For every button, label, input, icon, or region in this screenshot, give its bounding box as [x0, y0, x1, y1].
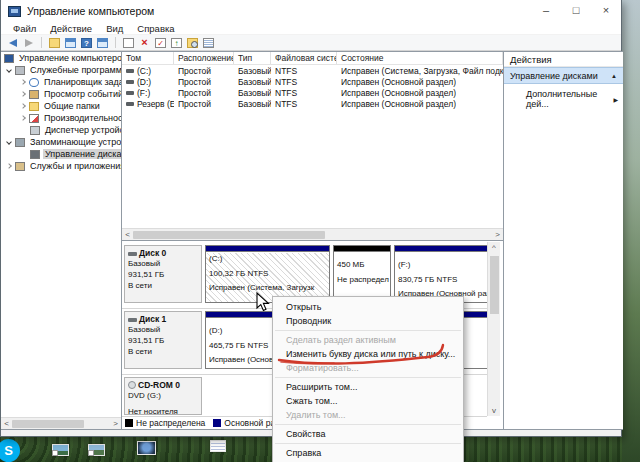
actions-more-label: Дополнительные дей... — [526, 89, 613, 109]
scroll-left-arrow[interactable]: < — [1, 419, 12, 428]
actions-group-disk-management[interactable]: Управление дисками ▲ — [504, 67, 623, 84]
menu-item-change-drive-letter[interactable]: Изменить букву диска или путь к диску... — [273, 347, 463, 361]
menu-item-explorer[interactable]: Проводник — [273, 314, 463, 328]
menu-item-extend-volume[interactable]: Расширить том... — [273, 380, 463, 394]
delete-icon[interactable]: × — [138, 36, 151, 49]
shortcut-arrow-icon — [88, 450, 94, 456]
partition-unallocated[interactable]: 450 МБ Не распредел — [333, 245, 391, 303]
desktop-shortcut-photo-icon[interactable] — [52, 444, 69, 456]
chevron-right-icon[interactable] — [6, 163, 12, 169]
tree-root[interactable]: Управление компьютером (л — [1, 52, 121, 64]
chevron-down-icon[interactable] — [6, 67, 12, 73]
scroll-down-arrow[interactable]: v — [488, 406, 500, 415]
window-shape — [97, 38, 108, 48]
col-filesystem[interactable]: Файловая система — [271, 52, 337, 64]
collapse-icon[interactable]: ▲ — [611, 73, 617, 79]
performance-icon — [29, 114, 39, 123]
tree-item-device-manager[interactable]: Диспетчер устройств — [1, 124, 121, 136]
details-view-icon[interactable] — [202, 36, 215, 49]
volume-row-d[interactable]: (D:) Простой Базовый NTFS Исправен (Осно… — [122, 76, 503, 87]
col-status[interactable]: Состояние — [337, 52, 503, 64]
callout-icon[interactable] — [122, 36, 135, 49]
actions-more-actions[interactable]: Дополнительные дей... ▶ — [504, 89, 623, 109]
tree-horizontal-scrollbar[interactable]: < > — [1, 417, 121, 429]
back-icon[interactable] — [6, 36, 19, 49]
desktop-computer-icon[interactable] — [137, 441, 156, 455]
volume-row-e[interactable]: Резерв (E:) Простой Базовый NTFS Исправе… — [122, 98, 503, 109]
disk1-label[interactable]: Диск 1 Базовый 931,51 ГБ В сети — [124, 311, 202, 369]
menu-item-shrink-volume[interactable]: Сжать том... — [273, 394, 463, 408]
tree-item-storage[interactable]: Запоминающие устройств — [1, 136, 121, 148]
menu-item-properties[interactable]: Свойства — [273, 427, 463, 441]
tree-item-label: Службы и приложения — [28, 161, 121, 171]
chevron-right-icon[interactable] — [20, 103, 26, 109]
cell: Базовый — [234, 77, 271, 87]
menu-file[interactable]: Файл — [6, 23, 43, 34]
cell: (D:) — [137, 77, 151, 87]
partition-f[interactable]: (F:) 830,75 ГБ NTFS Исправен (Основной р… — [394, 245, 488, 303]
disk-icon — [30, 150, 40, 159]
scroll-thumb[interactable] — [490, 256, 499, 314]
forward-arrow-shape — [25, 39, 33, 47]
console-window-icon[interactable] — [64, 36, 77, 49]
scroll-right-arrow[interactable]: > — [110, 419, 121, 428]
disk-size: 931,51 ГБ — [128, 336, 198, 347]
menu-action[interactable]: Действие — [43, 23, 99, 34]
scroll-up-arrow[interactable]: ^ — [488, 243, 500, 252]
volume-row-f[interactable]: (F:) Простой Базовый NTFS Исправен (Осно… — [122, 87, 503, 98]
volume-icon — [126, 102, 134, 106]
partition-c[interactable]: (C:) 100,32 ГБ NTFS Исправен (Система, З… — [205, 245, 330, 303]
partition-letter: (C:) — [206, 252, 329, 267]
help-icon[interactable]: ? — [80, 36, 93, 49]
show-console-tree-icon[interactable] — [96, 36, 109, 49]
menu-separator — [275, 424, 461, 425]
chevron-right-icon[interactable] — [20, 91, 26, 97]
scroll-left-arrow[interactable]: < — [122, 230, 133, 239]
cell: Исправен (Основной раздел) — [337, 77, 456, 87]
disk-status: В сети — [128, 281, 198, 292]
tree-item-performance[interactable]: Производительность — [1, 112, 121, 124]
desktop-document-icon[interactable] — [210, 440, 226, 452]
check-disk-icon[interactable]: ✓ — [154, 36, 167, 49]
chevron-right-icon[interactable] — [20, 79, 26, 85]
scroll-thumb[interactable] — [12, 420, 84, 428]
volume-list-horizontal-scrollbar[interactable]: < > — [122, 228, 503, 240]
title-bar[interactable]: Управление компьютером – □ × — [1, 0, 621, 22]
actions-pane: Действия Управление дисками ▲ Дополнител… — [503, 51, 623, 430]
legend-item-primary: Основной раз — [213, 418, 279, 428]
chevron-down-icon[interactable] — [6, 139, 12, 145]
tree-item-services[interactable]: Службы и приложения — [1, 160, 121, 172]
scroll-right-arrow[interactable]: > — [492, 230, 503, 239]
maximize-button[interactable]: □ — [561, 0, 591, 22]
menu-item-open[interactable]: Открыть — [273, 300, 463, 314]
tree-item-task-scheduler[interactable]: Планировщик заданий — [1, 76, 121, 88]
col-type[interactable]: Тип — [234, 52, 271, 64]
forward-icon[interactable] — [22, 36, 35, 49]
cdrom-label[interactable]: CD-ROM 0 DVD (G:) Нет носителя — [124, 377, 202, 415]
tree-item-label: Производительность — [42, 113, 121, 123]
chevron-right-icon[interactable] — [20, 115, 26, 121]
tree-item-system-tools[interactable]: Служебные программы — [1, 64, 121, 76]
search-folder-icon[interactable] — [186, 36, 199, 49]
col-layout[interactable]: Расположение — [174, 52, 234, 64]
tree-item-shared-folders[interactable]: Общие папки — [1, 100, 121, 112]
tree-item-event-viewer[interactable]: Просмотр событий — [1, 88, 121, 100]
minimize-button[interactable]: – — [531, 0, 561, 22]
graph-vertical-scrollbar[interactable]: ^ v — [487, 242, 500, 416]
menu-item-help[interactable]: Справка — [273, 446, 463, 460]
volume-row-c[interactable]: (C:) Простой Базовый NTFS Исправен (Сист… — [122, 65, 503, 76]
menu-view[interactable]: Вид — [99, 23, 130, 34]
desktop-shortcut-photo2-icon[interactable] — [88, 444, 105, 456]
cell: (F:) — [137, 88, 150, 98]
export-list-icon[interactable] — [48, 36, 61, 49]
menu-help[interactable]: Справка — [130, 23, 181, 34]
tree-item-disk-management[interactable]: Управление дисками — [1, 148, 121, 160]
toolbar-separator — [115, 37, 116, 48]
col-volume[interactable]: Том — [122, 52, 174, 64]
disk0-label[interactable]: Диск 0 Базовый 931,51 ГБ В сети — [124, 245, 202, 303]
disk-type: DVD (G:) — [128, 391, 198, 402]
help-glyph: ? — [81, 38, 92, 48]
rescan-icon[interactable]: ↑ — [170, 36, 183, 49]
scroll-thumb[interactable] — [133, 231, 325, 239]
close-button[interactable]: × — [591, 0, 621, 22]
